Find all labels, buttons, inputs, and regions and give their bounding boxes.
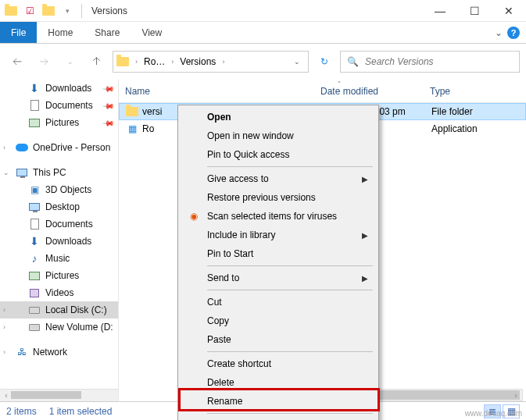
sidebar-item-pictures[interactable]: Pictures: [0, 267, 118, 284]
breadcrumb-dropdown-icon[interactable]: ⌄: [289, 58, 305, 66]
ctx-include-library[interactable]: Include in library▶: [181, 226, 376, 244]
search-field[interactable]: [365, 56, 513, 67]
recent-dropdown-icon[interactable]: ⌄: [59, 51, 81, 73]
breadcrumb-segment[interactable]: Versions: [177, 56, 219, 67]
qat-properties-icon[interactable]: ☑: [23, 5, 36, 17]
up-button[interactable]: 🡡: [86, 51, 108, 73]
ctx-pin-quick-access[interactable]: Pin to Quick access: [181, 145, 376, 164]
ctx-give-access-to[interactable]: Give access to▶: [181, 169, 376, 188]
sidebar-item-documents[interactable]: Documents📌: [0, 97, 118, 114]
status-selected-count: 1 item selected: [49, 406, 113, 417]
forward-button[interactable]: 🡢: [33, 51, 55, 73]
document-icon: [28, 99, 41, 112]
maximize-button[interactable]: ☐: [457, 0, 492, 22]
picture-icon: [28, 116, 41, 129]
back-button[interactable]: 🡠: [6, 51, 28, 73]
ctx-create-shortcut[interactable]: Create shortcut: [181, 354, 376, 373]
refresh-button[interactable]: ↻: [313, 51, 335, 73]
close-button[interactable]: ✕: [492, 0, 526, 22]
breadcrumb[interactable]: › Ro… › Versions › ⌄: [113, 51, 309, 73]
chevron-right-icon[interactable]: ›: [135, 58, 138, 66]
nav-horizontal-scrollbar[interactable]: ‹›: [0, 389, 119, 401]
application-icon: ▦: [125, 123, 139, 135]
ctx-send-to[interactable]: Send to▶: [181, 269, 376, 287]
sidebar-item-label: New Volume (D:: [45, 322, 113, 333]
sidebar-item-downloads[interactable]: ⬇Downloads📌: [0, 80, 118, 97]
sidebar-item-localdisk[interactable]: ›Local Disk (C:): [0, 301, 118, 319]
picture-icon: [28, 269, 41, 282]
pin-icon: 📌: [102, 82, 115, 94]
folder-icon: [125, 105, 139, 118]
ctx-open-new-window[interactable]: Open in new window: [181, 126, 376, 145]
watermark: www.deuaq.com: [465, 409, 522, 418]
column-header-name[interactable]: Name: [125, 86, 320, 97]
column-header-type[interactable]: Type: [430, 86, 524, 97]
sidebar-item-onedrive[interactable]: ›OneDrive - Person: [0, 139, 118, 156]
sidebar-item-label: Downloads: [45, 83, 91, 94]
window-title: Versions: [87, 5, 423, 16]
tab-share[interactable]: Share: [84, 22, 131, 43]
network-icon: 🖧: [16, 346, 28, 358]
folder-icon: [116, 55, 129, 68]
sidebar-item-label: This PC: [33, 167, 66, 178]
separator: [81, 4, 82, 18]
chevron-right-icon[interactable]: ›: [171, 58, 174, 66]
column-header-date[interactable]: Date modified: [320, 86, 430, 97]
navigation-pane: ⬇Downloads📌 Documents📌 Pictures📌 ›OneDri…: [0, 80, 119, 401]
tab-home[interactable]: Home: [37, 22, 84, 43]
sidebar-item-label: Pictures: [45, 117, 79, 128]
sidebar-item-thispc[interactable]: ⌄This PC: [0, 164, 118, 181]
sidebar-item-label: 3D Objects: [45, 184, 91, 195]
chevron-right-icon[interactable]: ›: [3, 306, 5, 314]
sidebar-item-newvolume[interactable]: ›New Volume (D:: [0, 319, 118, 336]
document-icon: [28, 218, 41, 230]
drive-icon: [28, 321, 41, 333]
download-icon: ⬇: [28, 82, 41, 94]
pin-icon: 📌: [102, 99, 115, 112]
minimize-button[interactable]: —: [423, 0, 457, 22]
ctx-copy[interactable]: Copy: [181, 311, 376, 330]
sidebar-item-videos[interactable]: Videos: [0, 284, 118, 301]
sidebar-item-desktop[interactable]: Desktop: [0, 198, 118, 215]
ctx-pin-start[interactable]: Pin to Start: [181, 244, 376, 263]
qat-dropdown-icon[interactable]: ▾: [61, 5, 73, 17]
item-type: File folder: [431, 106, 525, 117]
sidebar-item-label: Downloads: [45, 236, 91, 247]
ctx-restore-previous[interactable]: Restore previous versions: [181, 188, 376, 207]
ctx-cut[interactable]: Cut: [181, 293, 376, 311]
sidebar-item-documents[interactable]: Documents: [0, 215, 118, 233]
sidebar-item-pictures[interactable]: Pictures📌: [0, 114, 118, 131]
ctx-scan-viruses[interactable]: ◉Scan selected items for viruses: [181, 207, 376, 226]
sidebar-item-label: OneDrive - Person: [33, 142, 110, 153]
ctx-paste[interactable]: Paste: [181, 330, 376, 349]
separator: [207, 290, 373, 290]
ctx-rename[interactable]: Rename: [181, 392, 376, 411]
desktop-icon: [28, 201, 41, 213]
ctx-item-label: Send to: [207, 272, 239, 283]
chevron-right-icon[interactable]: ›: [3, 323, 5, 331]
ribbon-collapse-icon[interactable]: ⌄: [495, 27, 503, 38]
sidebar-item-network[interactable]: ›🖧Network: [0, 343, 118, 361]
submenu-arrow-icon: ▶: [362, 231, 368, 240]
tab-view[interactable]: View: [131, 22, 173, 43]
separator: [207, 166, 373, 167]
tab-file[interactable]: File: [0, 22, 37, 43]
chevron-right-icon[interactable]: ›: [3, 348, 5, 356]
ctx-properties[interactable]: Properties: [181, 416, 376, 420]
search-input[interactable]: 🔍: [340, 51, 520, 73]
context-menu: Open Open in new window Pin to Quick acc…: [177, 105, 379, 420]
chevron-down-icon[interactable]: ⌄: [3, 169, 9, 176]
sidebar-item-downloads[interactable]: ⬇Downloads: [0, 233, 118, 250]
separator: [207, 413, 373, 414]
chevron-right-icon[interactable]: ›: [222, 58, 224, 66]
sidebar-item-3dobjects[interactable]: ▣3D Objects: [0, 181, 118, 198]
help-icon[interactable]: ?: [507, 27, 520, 39]
separator: [207, 351, 373, 352]
breadcrumb-segment[interactable]: Ro…: [141, 56, 168, 67]
chevron-right-icon[interactable]: ›: [3, 144, 5, 151]
ctx-open[interactable]: Open: [181, 108, 376, 126]
ctx-delete[interactable]: Delete: [181, 373, 376, 392]
sidebar-item-music[interactable]: ♪Music: [0, 250, 118, 267]
ctx-item-label: Include in library: [207, 230, 275, 240]
folder-icon: [42, 5, 55, 17]
